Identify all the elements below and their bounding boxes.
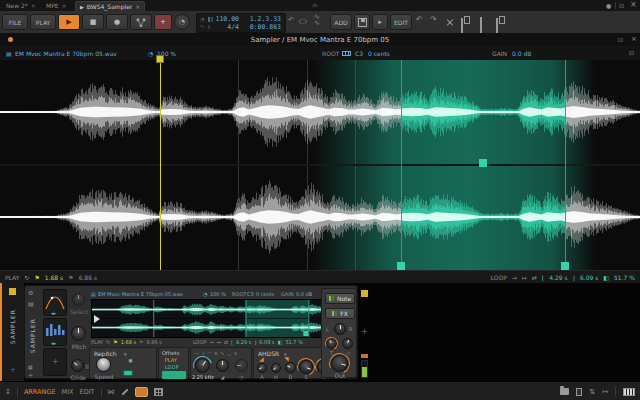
mini-sample-start[interactable]: 1.68 s [121, 339, 136, 345]
automation-write-button[interactable] [130, 14, 152, 30]
close-window-icon[interactable]: × [630, 0, 637, 9]
filter-drive-knob[interactable] [235, 359, 248, 372]
out-knob[interactable] [331, 355, 348, 372]
speed-knob[interactable] [96, 357, 111, 372]
io-panel-icon[interactable]: ⇅ [589, 388, 595, 396]
file-menu-button[interactable]: FILE [2, 14, 28, 30]
loop-off-icon[interactable]: → [512, 274, 517, 281]
grid-icon[interactable] [154, 388, 163, 396]
tempo-value[interactable]: 110.00 [215, 15, 239, 23]
browser-panel-icon[interactable] [560, 388, 569, 395]
env-h-knob[interactable] [271, 363, 281, 373]
mini-gain-value[interactable]: 0.0 dB [296, 291, 312, 297]
mini-loop-fade[interactable]: 51.7 % [285, 339, 302, 345]
io-routing-icon[interactable]: + [28, 371, 33, 378]
glide-knob[interactable] [71, 359, 84, 372]
download-icon[interactable]: ↧ [5, 388, 11, 396]
edit-view-button[interactable]: EDIT [80, 388, 95, 396]
time-value[interactable]: 0:00.863 [241, 23, 281, 31]
freeze-icon[interactable]: ❄ [128, 357, 133, 364]
device-name-vertical[interactable]: SAMPLER [29, 318, 36, 353]
env-d-knob[interactable] [285, 362, 296, 373]
waveform-canvas[interactable] [0, 60, 640, 270]
restore-window-icon[interactable]: ⊡ [619, 2, 624, 9]
zoom-fit-icon[interactable]: ⊡ [629, 49, 634, 56]
undo-icon[interactable]: ↶ [416, 15, 423, 24]
sample-end-value[interactable]: 6.86 s [79, 274, 97, 281]
pen-tool-icon[interactable] [121, 388, 128, 395]
loop-toggle-icon[interactable]: ○ [298, 17, 307, 24]
add-modulator-slot[interactable]: + [43, 348, 67, 376]
arrange-view-button[interactable]: ARRANGE [24, 388, 56, 396]
dock-icon[interactable]: ıllı [312, 2, 318, 8]
save-button[interactable] [354, 14, 370, 30]
punch-in-icon[interactable]: ↶ [288, 16, 294, 24]
mini-sample-end[interactable]: 6.86 s [147, 339, 162, 345]
mini-file-name[interactable]: EM Mvoc Mantra E 70bpm 05.wav [98, 291, 198, 297]
mini-loop-end[interactable]: 6.09 s [259, 339, 274, 345]
mini-stretch-value[interactable]: 100 % [210, 291, 226, 297]
redo-icon[interactable]: ↷ [430, 15, 437, 24]
mini-loop-start[interactable]: 4.29 s [236, 339, 251, 345]
velocity-curve-display[interactable]: ◂▸ [43, 289, 67, 316]
onscreen-keyboard-icon[interactable] [623, 388, 635, 396]
root-cents-value[interactable]: 0 cents [368, 50, 390, 57]
filter-res-knob[interactable] [216, 359, 229, 372]
close-panel-icon[interactable]: × [631, 35, 637, 43]
offset-loop-option[interactable]: LOOP [165, 364, 179, 370]
env-a-knob[interactable] [257, 363, 267, 373]
note-chain-button[interactable]: Note [325, 293, 355, 304]
offset-play-option[interactable]: PLAY [165, 357, 177, 363]
loop-start-value[interactable]: 4.29 s [549, 274, 567, 281]
follow-playback-button[interactable] [135, 387, 148, 397]
crossfade-tool-icon[interactable]: ⋈ [108, 388, 115, 396]
add-device-icon[interactable]: + [361, 327, 368, 336]
gain-value[interactable]: 0.0 dB [512, 50, 531, 57]
loop-on-icon[interactable]: ↦ [217, 339, 221, 345]
pitch-knob[interactable] [71, 326, 86, 341]
select-knob[interactable] [72, 293, 85, 306]
sync-led-toggle[interactable] [123, 370, 133, 376]
filter-freq-value[interactable]: 2.25 kHz [191, 374, 215, 380]
add-button[interactable]: ADD [330, 14, 352, 30]
attack-shape-icon[interactable]: ◢ [259, 356, 264, 362]
pan-knob[interactable] [334, 323, 346, 335]
mini-root-note[interactable]: C3 [247, 291, 254, 297]
keyzone-display[interactable]: ◂▸ [43, 318, 67, 346]
velocity-knob[interactable] [342, 338, 353, 349]
sync-icon[interactable]: ↻ [106, 339, 110, 345]
loop-pingpong-icon[interactable]: ⇄ [224, 339, 228, 345]
offset-len-option[interactable]: LEN [162, 371, 186, 379]
sample-file-name[interactable]: EM Mvoc Mantra E 70bpm 05.wav [15, 50, 117, 57]
close-tab-icon[interactable]: × [62, 2, 67, 9]
record-button[interactable]: ● [106, 14, 128, 30]
tab-project-1[interactable]: New 2* × [2, 1, 40, 10]
close-tab-icon[interactable]: × [135, 3, 140, 10]
metronome-button[interactable]: ◔ [174, 14, 190, 30]
timbre-knob[interactable] [326, 338, 337, 349]
inspector-panel-icon[interactable] [576, 388, 582, 396]
time-sig-value[interactable]: 4/4 [215, 23, 239, 31]
play-button[interactable]: ▶ [58, 14, 80, 30]
browser-icon[interactable]: ▤ [28, 300, 34, 307]
close-tab-icon[interactable]: × [31, 2, 36, 9]
track-header-strip[interactable]: SAMPLER + [2, 283, 24, 381]
loop-fade-value[interactable]: 51.7 % [614, 274, 635, 281]
gear-icon[interactable]: ⚙ [28, 289, 33, 296]
position-value[interactable]: 1.2.3.33 [241, 15, 281, 23]
edit-menu-button[interactable]: EDIT [390, 14, 412, 30]
export-button[interactable]: ▸ [372, 14, 388, 30]
loop-pingpong-icon[interactable]: ⇄ [532, 274, 537, 281]
play-menu-button[interactable]: PLAY [30, 14, 56, 30]
root-note-value[interactable]: C3 [355, 50, 363, 57]
filter-freq-knob[interactable] [195, 358, 210, 373]
env-s-knob[interactable] [299, 360, 313, 374]
loop-end-value[interactable]: 6.09 s [580, 274, 598, 281]
start-flag-icon[interactable]: ⚑ [34, 274, 39, 281]
transport-display[interactable]: ◔ ∿ 110.00 4/4 1.2.3.33 0:00.863 [196, 13, 286, 33]
sample-start-value[interactable]: 1.68 s [45, 274, 63, 281]
mix-view-button[interactable]: MIX [62, 388, 74, 396]
detach-panel-icon[interactable]: ⊡ [618, 36, 623, 43]
play-start-marker[interactable] [156, 55, 164, 63]
loop-off-icon[interactable]: → [210, 339, 214, 345]
